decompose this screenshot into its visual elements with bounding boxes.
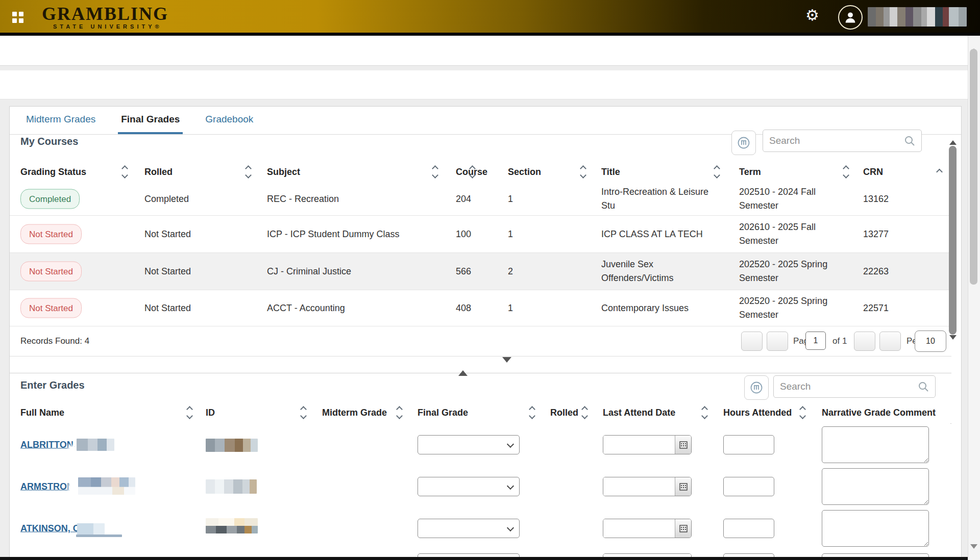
app-grid-menu-icon[interactable]: [12, 12, 23, 23]
faculty-grade-entry-screen: GRAMBLING STATE UNIVERSITY® ⚙ Faculty Gr…: [0, 0, 980, 560]
last-attend-date-field: [603, 519, 692, 538]
page-number-input[interactable]: [805, 332, 826, 350]
collapse-up-icon[interactable]: [458, 362, 468, 371]
sort-icon[interactable]: [187, 407, 192, 418]
col-hours-attended[interactable]: Hours Attended: [723, 408, 792, 418]
sort-icon[interactable]: [122, 166, 127, 177]
cell-term: 202520 - 2025 Spring Semester: [739, 258, 839, 285]
enter-grades-filter-button[interactable]: [744, 375, 769, 400]
collapse-down-icon[interactable]: [502, 363, 511, 372]
col-section[interactable]: Section: [508, 167, 541, 177]
final-grade-select[interactable]: [418, 519, 520, 538]
table-row[interactable]: Completed Completed REC - Recreation 204…: [10, 183, 950, 216]
col-last-attend-date[interactable]: Last Attend Date: [603, 408, 675, 418]
cell-title: Intro-Recreation & Leisure Stu: [601, 185, 719, 213]
calendar-icon[interactable]: [675, 519, 691, 538]
hours-attended-input[interactable]: [723, 477, 774, 496]
sort-icon[interactable]: [582, 407, 587, 418]
sort-icon[interactable]: [702, 407, 707, 418]
tab-final-grades[interactable]: Final Grades: [118, 107, 183, 134]
status-badge: Not Started: [20, 298, 82, 318]
hours-attended-input[interactable]: [723, 435, 774, 454]
per-page-input[interactable]: [915, 330, 946, 352]
sort-icon[interactable]: [530, 407, 534, 418]
col-title[interactable]: Title: [601, 167, 620, 177]
narrative-grade-comment-textarea[interactable]: [822, 510, 929, 547]
col-final-grade[interactable]: Final Grade: [418, 408, 468, 418]
col-term[interactable]: Term: [739, 167, 761, 177]
col-crn[interactable]: CRN: [863, 167, 883, 177]
my-courses-title: My Courses: [20, 136, 78, 147]
sort-icon[interactable]: [246, 166, 251, 177]
next-page-button[interactable]: [854, 332, 875, 351]
of-pages-label: of 1: [832, 336, 847, 346]
enter-grades-title: Enter Grades: [20, 379, 85, 391]
sort-icon-asc[interactable]: [937, 170, 942, 174]
search-icon[interactable]: [918, 381, 929, 392]
narrative-grade-comment-textarea[interactable]: [822, 426, 929, 463]
redacted-id: [206, 518, 258, 533]
sort-icon[interactable]: [301, 407, 306, 418]
enter-grades-search-input[interactable]: [774, 381, 918, 392]
scrollbar-up-icon[interactable]: [970, 40, 977, 49]
cell-subject: ACCT - Accounting: [267, 301, 345, 315]
last-attend-date-input[interactable]: [603, 477, 675, 496]
col-full-name[interactable]: Full Name: [20, 408, 64, 418]
table-row[interactable]: Not Started Not Started ICP - ICP Studen…: [10, 216, 950, 253]
cell-title: ICP CLASS AT LA TECH: [601, 227, 719, 241]
scrollbar-down-icon[interactable]: [949, 340, 957, 349]
last-attend-date-field: [603, 477, 692, 496]
sort-icon[interactable]: [470, 166, 475, 177]
panel-splitter: [10, 356, 951, 373]
redacted-name: [78, 477, 135, 495]
last-attend-date-input[interactable]: [603, 519, 675, 538]
search-icon[interactable]: [904, 135, 915, 146]
table-row-selected[interactable]: Not Started Not Started CJ - Criminal Ju…: [10, 253, 950, 290]
gear-icon[interactable]: ⚙: [805, 6, 819, 24]
cell-subject: ICP - ICP Student Dummy Class: [267, 227, 399, 241]
tab-gradebook[interactable]: Gradebook: [202, 107, 256, 134]
last-attend-date-input[interactable]: [603, 436, 675, 454]
table-scrollbar-thumb[interactable]: [949, 146, 957, 335]
final-grade-select[interactable]: [418, 477, 520, 496]
tab-midterm-grades[interactable]: Midterm Grades: [23, 107, 99, 134]
table-row[interactable]: Not Started Not Started ACCT - Accountin…: [10, 290, 950, 326]
sort-icon[interactable]: [715, 166, 719, 177]
col-id[interactable]: ID: [206, 408, 215, 418]
scrollbar-down-icon[interactable]: [970, 549, 977, 558]
sort-icon[interactable]: [397, 407, 402, 418]
cell-rolled: Not Started: [144, 227, 191, 241]
col-narrative-grade-comment[interactable]: Narrative Grade Comment: [822, 408, 936, 418]
col-midterm-grade[interactable]: Midterm Grade: [322, 408, 387, 418]
col-grading-status[interactable]: Grading Status: [20, 167, 86, 177]
first-page-button[interactable]: [741, 332, 763, 351]
hours-attended-input[interactable]: [723, 519, 774, 538]
student-row: ATKINSON, CR: [10, 507, 950, 550]
student-name-link[interactable]: ATKINSON, CR: [20, 523, 86, 534]
cell-section: 1: [508, 301, 513, 315]
prev-page-button[interactable]: [767, 332, 788, 351]
cell-crn: 13162: [863, 192, 889, 206]
my-courses-search-input[interactable]: [763, 135, 904, 146]
sort-icon[interactable]: [581, 166, 585, 177]
last-page-button[interactable]: [879, 332, 901, 351]
my-courses-filter-button[interactable]: [731, 131, 756, 155]
cell-rolled: Not Started: [144, 301, 191, 315]
col-subject[interactable]: Subject: [267, 167, 300, 177]
sort-icon[interactable]: [433, 166, 437, 177]
sort-icon[interactable]: [800, 407, 805, 418]
calendar-icon[interactable]: [675, 436, 691, 454]
scrollbar-up-icon[interactable]: [949, 132, 957, 141]
cell-crn: 22263: [863, 265, 889, 278]
final-grade-select[interactable]: [418, 435, 520, 454]
page-title-band: Faculty Grade Entry: [0, 70, 980, 99]
narrative-grade-comment-textarea[interactable]: [822, 468, 929, 505]
cell-rolled: Completed: [144, 192, 189, 206]
col-rolled[interactable]: Rolled: [550, 408, 578, 418]
sort-icon[interactable]: [844, 166, 848, 177]
col-rolled[interactable]: Rolled: [144, 167, 173, 177]
user-avatar-icon[interactable]: [838, 5, 863, 30]
window-scrollbar-thumb[interactable]: [970, 49, 977, 285]
calendar-icon[interactable]: [675, 477, 691, 496]
status-badge: Not Started: [20, 224, 82, 244]
